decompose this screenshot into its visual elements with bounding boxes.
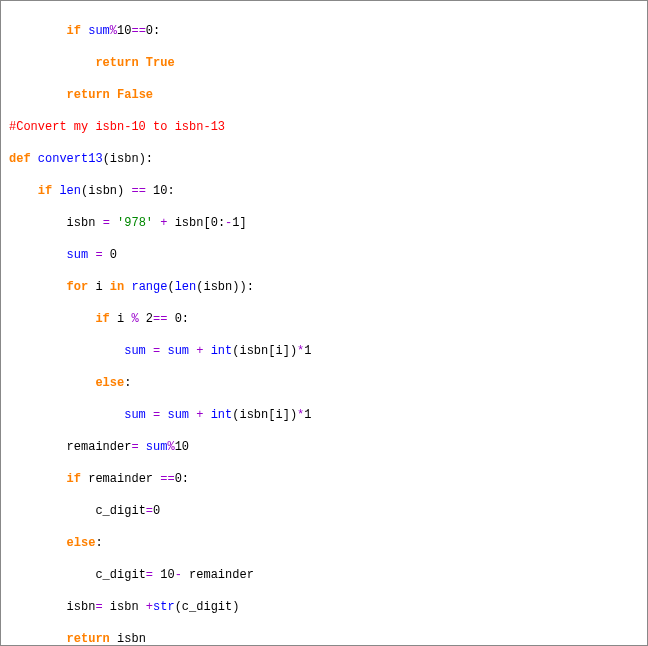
code-line: else: — [9, 535, 639, 551]
code-line: return True — [9, 55, 639, 71]
code-line: #Convert my isbn-10 to isbn-13 — [9, 119, 639, 135]
code-line: sum = sum + int(isbn[i])*1 — [9, 343, 639, 359]
code-line: if len(isbn) == 10: — [9, 183, 639, 199]
code-line: if remainder ==0: — [9, 471, 639, 487]
code-line: else: — [9, 375, 639, 391]
code-line: c_digit=0 — [9, 503, 639, 519]
code-line: c_digit= 10- remainder — [9, 567, 639, 583]
code-line: for i in range(len(isbn)): — [9, 279, 639, 295]
code-block: if sum%10==0: return True return False #… — [0, 0, 648, 646]
code-line: if sum%10==0: — [9, 23, 639, 39]
code-line: def convert13(isbn): — [9, 151, 639, 167]
code-line: isbn= isbn +str(c_digit) — [9, 599, 639, 615]
code-line: sum = 0 — [9, 247, 639, 263]
code-line: return False — [9, 87, 639, 103]
code-line: remainder= sum%10 — [9, 439, 639, 455]
code-line: sum = sum + int(isbn[i])*1 — [9, 407, 639, 423]
code-line: if i % 2== 0: — [9, 311, 639, 327]
code-line: isbn = '978' + isbn[0:-1] — [9, 215, 639, 231]
code-line: return isbn — [9, 631, 639, 646]
